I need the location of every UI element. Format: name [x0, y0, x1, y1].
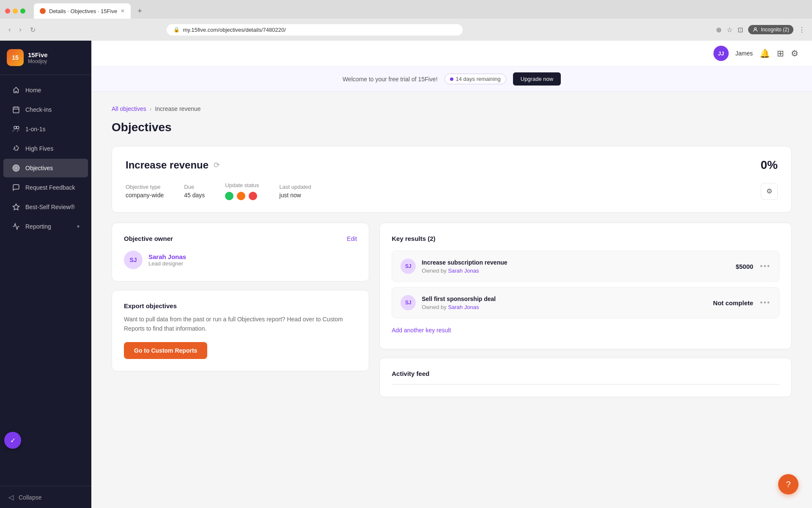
meta-last-updated: Last updated just now — [280, 184, 311, 199]
refresh-icon[interactable]: ⟳ — [214, 160, 220, 170]
url-text: my.15five.com/objectives/details/7480220… — [183, 27, 286, 33]
kr-value-1: $5000 — [735, 263, 753, 270]
objective-settings-button[interactable]: ⚙ — [761, 183, 778, 200]
browser-tab[interactable]: Details · Objectives · 15Five ✕ — [34, 3, 131, 19]
status-dot-orange[interactable] — [237, 192, 245, 200]
owner-row: SJ Sarah Jonas Lead designer — [124, 251, 357, 269]
trial-message: Welcome to your free trial of 15Five! — [343, 76, 438, 83]
sidebar-collapse[interactable]: ◁ Collapse — [0, 486, 91, 508]
objective-title-row: Increase revenue ⟳ — [126, 159, 220, 171]
header-avatar: JJ — [713, 46, 729, 61]
traffic-lights — [5, 8, 25, 14]
trial-banner: Welcome to your free trial of 15Five! 14… — [91, 66, 812, 92]
key-results-header: Key results (2) — [392, 235, 779, 242]
collapse-icon: ◁ — [8, 493, 14, 501]
sidebar-item-objectives-label: Objectives — [25, 165, 53, 171]
sidebar-item-objectives[interactable]: Objectives — [3, 159, 88, 177]
reader-button[interactable]: ⊡ — [738, 26, 743, 34]
export-card: Export objectives Want to pull data from… — [112, 290, 369, 371]
svg-point-0 — [754, 28, 757, 30]
minimize-traffic-light[interactable] — [13, 8, 18, 14]
kr-more-button-2[interactable]: ••• — [760, 298, 771, 307]
objective-percentage: 0% — [761, 158, 778, 172]
kr-avatar-2: SJ — [401, 295, 416, 310]
owner-card-header: Objective owner Edit — [124, 235, 357, 242]
upgrade-button[interactable]: Upgrade now — [513, 72, 561, 86]
tab-favicon — [40, 8, 46, 14]
url-bar[interactable]: 🔒 my.15five.com/objectives/details/74802… — [167, 24, 463, 36]
trial-days-label: 14 days remaining — [456, 76, 501, 82]
floating-check-badge[interactable]: ✓ — [4, 432, 21, 449]
help-button[interactable]: ? — [778, 474, 798, 494]
sidebar-item-bestself[interactable]: Best-Self Review® — [3, 198, 88, 216]
export-description: Want to pull data from the past or run a… — [124, 315, 357, 334]
trial-days-badge: 14 days remaining — [444, 74, 506, 84]
sidebar-item-home[interactable]: Home — [3, 81, 88, 99]
activity-card: Activity feed — [379, 358, 792, 397]
grid-icon[interactable]: ⊞ — [777, 48, 784, 58]
menu-button[interactable]: ⋮ — [798, 26, 805, 34]
kr-info-1: Increase subscription revenue Owned by S… — [422, 259, 507, 274]
notifications-icon[interactable]: 🔔 — [760, 48, 770, 58]
breadcrumb: All objectives › Increase revenue — [112, 105, 792, 112]
sidebar-item-checkins[interactable]: Check-ins — [3, 100, 88, 119]
meta-due-label: Due — [184, 184, 205, 190]
kr-left-1: SJ Increase subscription revenue Owned b… — [401, 259, 507, 274]
kr-right-2: Not complete ••• — [713, 298, 771, 307]
meta-due: Due 45 days — [184, 184, 205, 199]
status-dot-red[interactable] — [249, 192, 257, 200]
kr-name-2: Sell first sponsorship deal — [422, 295, 496, 302]
collapse-label: Collapse — [19, 494, 41, 501]
meta-due-value: 45 days — [184, 192, 205, 199]
key-result-item-1: SJ Increase subscription revenue Owned b… — [392, 251, 779, 282]
ssl-icon: 🔒 — [173, 27, 180, 33]
add-key-result-link[interactable]: Add another key result — [392, 323, 451, 337]
sidebar-item-reporting[interactable]: Reporting ▾ — [3, 217, 88, 236]
breadcrumb-parent[interactable]: All objectives — [112, 105, 146, 112]
trial-dot — [450, 77, 453, 81]
svg-point-5 — [14, 166, 18, 170]
extensions-button[interactable]: ⊕ — [716, 26, 721, 34]
page-body: All objectives › Increase revenue Object… — [91, 92, 812, 508]
kr-info-2: Sell first sponsorship deal Owned by Sar… — [422, 295, 496, 310]
meta-last-updated-value: just now — [280, 192, 311, 199]
breadcrumb-separator: › — [150, 105, 152, 112]
logo-sub: Moodjoy — [28, 58, 48, 64]
forward-button[interactable]: › — [17, 24, 23, 35]
meta-status: Update status — [225, 182, 259, 200]
kr-owner-link-1[interactable]: Sarah Jonas — [448, 268, 479, 274]
bottom-grid: Objective owner Edit SJ Sarah Jonas Lead… — [112, 223, 792, 397]
sidebar-nav: Home Check-ins 1-on-1s High Fives — [0, 75, 91, 486]
bookmark-button[interactable]: ☆ — [727, 26, 732, 34]
settings-icon[interactable]: ⚙ — [791, 48, 798, 58]
reporting-chevron-icon: ▾ — [77, 224, 80, 229]
edit-owner-link[interactable]: Edit — [347, 235, 357, 242]
tab-title: Details · Objectives · 15Five — [49, 8, 117, 14]
kr-value-2: Not complete — [713, 299, 753, 306]
go-to-custom-reports-button[interactable]: Go to Custom Reports — [124, 342, 207, 359]
logo-text: 15Five Moodjoy — [28, 51, 48, 64]
home-icon — [12, 86, 20, 94]
status-dot-green[interactable] — [225, 192, 233, 200]
back-button[interactable]: ‹ — [7, 24, 12, 35]
key-results-card: Key results (2) SJ Increase subscription… — [379, 223, 792, 349]
maximize-traffic-light[interactable] — [20, 8, 25, 14]
sidebar-item-requestfeedback-label: Request Feedback — [25, 184, 75, 191]
1on1s-icon — [12, 125, 20, 133]
browser-chrome: Details · Objectives · 15Five ✕ + ‹ › ↻ … — [0, 0, 812, 41]
sidebar-item-highfives[interactable]: High Fives — [3, 139, 88, 158]
tab-close-button[interactable]: ✕ — [121, 8, 125, 14]
sidebar-item-requestfeedback[interactable]: Request Feedback — [3, 178, 88, 197]
owner-card-title: Objective owner — [124, 235, 173, 242]
logo-icon: 15 — [7, 49, 24, 66]
sidebar-item-1on1s[interactable]: 1-on-1s — [3, 120, 88, 138]
activity-title: Activity feed — [392, 370, 779, 377]
owner-name[interactable]: Sarah Jonas — [148, 253, 186, 260]
feedback-icon — [12, 183, 20, 192]
new-tab-button[interactable]: + — [134, 6, 145, 17]
reload-button[interactable]: ↻ — [28, 24, 37, 36]
kr-owner-link-2[interactable]: Sarah Jonas — [448, 304, 479, 310]
close-traffic-light[interactable] — [5, 8, 10, 14]
kr-more-button-1[interactable]: ••• — [760, 262, 771, 271]
logo-initials: 15 — [12, 54, 19, 61]
